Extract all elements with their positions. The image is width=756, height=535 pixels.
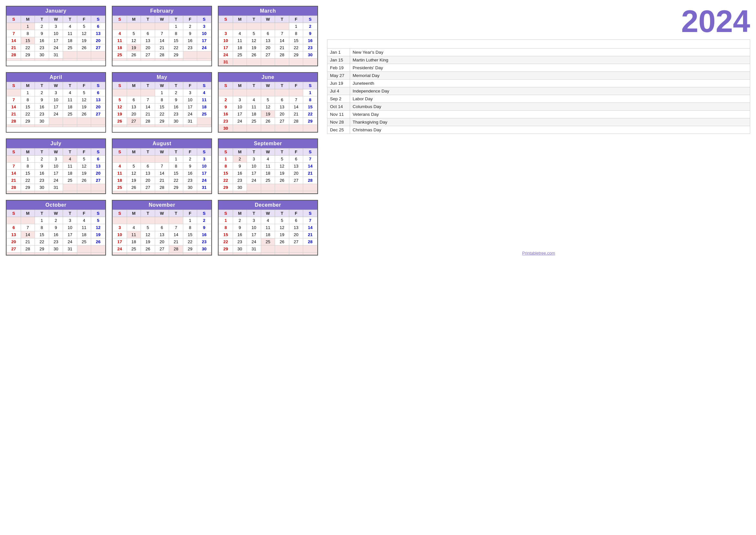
calendar-day: 2 [35, 23, 49, 30]
day-header: M [21, 210, 35, 217]
calendar-day: 11 [113, 37, 127, 44]
calendar-day: 25 [197, 111, 211, 118]
calendar-day [63, 253, 77, 255]
calendar-day: 3 [183, 89, 197, 97]
calendar-day: 23 [197, 239, 211, 245]
calendar-day [127, 23, 141, 30]
calendar-day: 13 [261, 37, 275, 44]
calendar-day: 24 [49, 111, 63, 118]
calendar-day: 23 [35, 44, 49, 51]
day-header: W [261, 82, 275, 89]
calendar-day [275, 191, 289, 193]
calendar-day: 4 [113, 30, 127, 37]
holiday-name: Labor Day [350, 95, 750, 103]
calendar-day: 19 [91, 231, 105, 239]
month-header: September [219, 139, 317, 148]
calendar-day [127, 217, 141, 224]
calendar-day [7, 155, 21, 163]
calendar-week: 1234 [113, 89, 211, 97]
calendar-day: 6 [289, 155, 303, 163]
calendar-day: 22 [21, 44, 35, 51]
calendar-day: 8 [169, 163, 183, 170]
calendar-table: SMTWTFS123456789101112131415161718192021… [7, 15, 105, 61]
calendar-day: 26 [77, 177, 91, 184]
calendar-day: 21 [155, 44, 169, 51]
day-header: F [289, 210, 303, 217]
calendar-day [7, 191, 21, 193]
calendar-day: 30 [303, 51, 317, 59]
calendar-day: 18 [127, 239, 141, 245]
calendar-day: 20 [141, 44, 155, 51]
calendar-day: 26 [261, 118, 275, 125]
calendar-week: 567891011 [113, 97, 211, 103]
calendar-day: 9 [233, 163, 247, 170]
holidays-header: Federal Holidays 2024 [327, 40, 750, 48]
calendar-table: SMTWTFS123456789101112131415161718192021… [219, 82, 317, 132]
calendar-day: 17 [183, 103, 197, 111]
calendar-day: 24 [49, 177, 63, 184]
day-header: T [247, 210, 261, 217]
calendar-day: 29 [289, 51, 303, 59]
calendar-day: 3 [197, 155, 211, 163]
day-header: M [127, 149, 141, 155]
calendar-day: 9 [183, 163, 197, 170]
day-header: M [21, 16, 35, 23]
calendar-day: 24 [247, 177, 261, 184]
calendar-day: 18 [233, 44, 247, 51]
day-header: T [141, 149, 155, 155]
calendar-day: 25 [127, 245, 141, 253]
holiday-date: Sep 2 [327, 95, 350, 103]
calendar-day: 14 [303, 163, 317, 170]
calendar-day: 10 [49, 97, 63, 103]
calendar-day: 23 [169, 111, 183, 118]
calendar-day [233, 59, 247, 66]
calendar-day: 7 [169, 224, 183, 231]
calendar-day: 30 [219, 125, 233, 132]
calendar-day: 6 [7, 224, 21, 231]
calendar-day [21, 217, 35, 224]
calendar-day: 3 [49, 23, 63, 30]
calendar-week: 11121314151617 [113, 170, 211, 177]
calendar-day: 25 [77, 239, 91, 245]
calendar-day [289, 59, 303, 66]
calendar-day: 10 [233, 103, 247, 111]
calendar-day: 23 [49, 239, 63, 245]
calendar-day: 26 [91, 239, 105, 245]
calendar-day: 25 [261, 177, 275, 184]
calendar-day: 23 [303, 44, 317, 51]
holiday-name: Martin Luther King [350, 56, 750, 64]
calendar-day: 12 [77, 163, 91, 170]
calendar-day [141, 155, 155, 163]
day-header: S [219, 16, 233, 23]
calendar-day: 11 [63, 163, 77, 170]
calendar-day: 19 [113, 111, 127, 118]
calendar-day: 2 [219, 97, 233, 103]
calendar-day: 9 [197, 224, 211, 231]
calendar-day: 29 [21, 118, 35, 125]
footer-link[interactable]: Printabletree.com [327, 247, 750, 256]
day-header: S [113, 16, 127, 23]
calendar-day: 15 [21, 170, 35, 177]
calendar-day: 14 [275, 37, 289, 44]
calendar-day [155, 23, 169, 30]
calendar-day: 20 [289, 231, 303, 239]
calendar-day: 27 [289, 239, 303, 245]
calendar-day: 20 [91, 170, 105, 177]
calendar-day: 27 [127, 118, 141, 125]
calendar-day: 6 [127, 97, 141, 103]
calendar-day [261, 59, 275, 66]
calendar-week [219, 191, 317, 193]
calendar-day: 8 [35, 224, 49, 231]
calendar-day: 10 [197, 163, 211, 170]
holiday-row: Nov 28Thanksgiving Day [327, 118, 750, 126]
holiday-date: Nov 28 [327, 118, 350, 126]
calendar-day: 1 [155, 89, 169, 97]
calendar-day [141, 191, 155, 193]
calendar-day: 30 [35, 51, 49, 59]
calendar-day: 13 [141, 37, 155, 44]
calendar-day [261, 245, 275, 253]
calendar-day: 30 [183, 184, 197, 191]
calendar-day: 28 [303, 239, 317, 245]
calendar-day: 1 [21, 89, 35, 97]
calendar-day [169, 217, 183, 224]
